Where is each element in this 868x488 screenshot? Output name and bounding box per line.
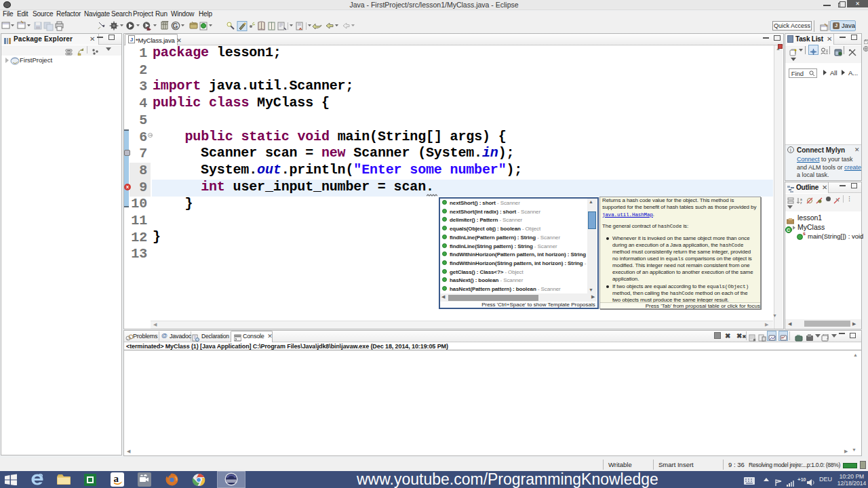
svg-text:a: a [114,473,119,484]
svg-text:G: G [173,22,178,30]
svg-text:C: C [787,228,790,232]
